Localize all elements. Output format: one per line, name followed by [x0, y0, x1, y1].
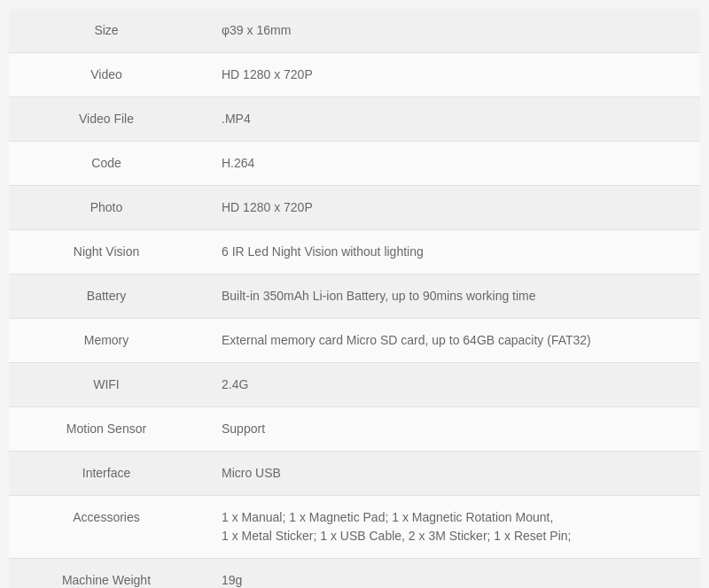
spec-label: Memory [9, 319, 204, 363]
table-row: VideoHD 1280 x 720P [9, 53, 700, 97]
spec-label: Motion Sensor [9, 407, 204, 452]
table-row: Machine Weight19g [9, 559, 700, 589]
spec-value: External memory card Micro SD card, up t… [204, 319, 700, 363]
spec-label: Battery [9, 275, 204, 319]
spec-label: Interface [9, 452, 204, 496]
table-row: Night Vision6 IR Led Night Vision withou… [9, 230, 700, 275]
spec-value: φ39 x 16mm [204, 9, 700, 53]
spec-label: Night Vision [9, 230, 204, 275]
spec-label: Accessories [9, 496, 204, 559]
spec-label: Photo [9, 186, 204, 230]
spec-label: Video File [9, 97, 204, 142]
spec-label: Size [9, 9, 204, 53]
table-row: WIFI2.4G [9, 363, 700, 407]
spec-label: Machine Weight [9, 559, 204, 589]
spec-value: Built-in 350mAh Li-ion Battery, up to 90… [204, 275, 700, 319]
spec-label: Code [9, 142, 204, 186]
table-row: Video File.MP4 [9, 97, 700, 142]
spec-value: 1 x Manual; 1 x Magnetic Pad; 1 x Magnet… [204, 496, 700, 559]
spec-label: Video [9, 53, 204, 97]
spec-value: Micro USB [204, 452, 700, 496]
table-row: Sizeφ39 x 16mm [9, 9, 700, 53]
spec-table: Sizeφ39 x 16mmVideoHD 1280 x 720PVideo F… [9, 9, 700, 588]
table-row: InterfaceMicro USB [9, 452, 700, 496]
table-row: Motion SensorSupport [9, 407, 700, 452]
spec-value: 19g [204, 559, 700, 589]
spec-value: HD 1280 x 720P [204, 186, 700, 230]
spec-value: 6 IR Led Night Vision without lighting [204, 230, 700, 275]
table-row: CodeH.264 [9, 142, 700, 186]
table-row: MemoryExternal memory card Micro SD card… [9, 319, 700, 363]
table-row: Accessories1 x Manual; 1 x Magnetic Pad;… [9, 496, 700, 559]
spec-value: Support [204, 407, 700, 452]
spec-label: WIFI [9, 363, 204, 407]
table-row: BatteryBuilt-in 350mAh Li-ion Battery, u… [9, 275, 700, 319]
spec-value: HD 1280 x 720P [204, 53, 700, 97]
spec-value: H.264 [204, 142, 700, 186]
table-row: PhotoHD 1280 x 720P [9, 186, 700, 230]
spec-value: 2.4G [204, 363, 700, 407]
spec-value: .MP4 [204, 97, 700, 142]
